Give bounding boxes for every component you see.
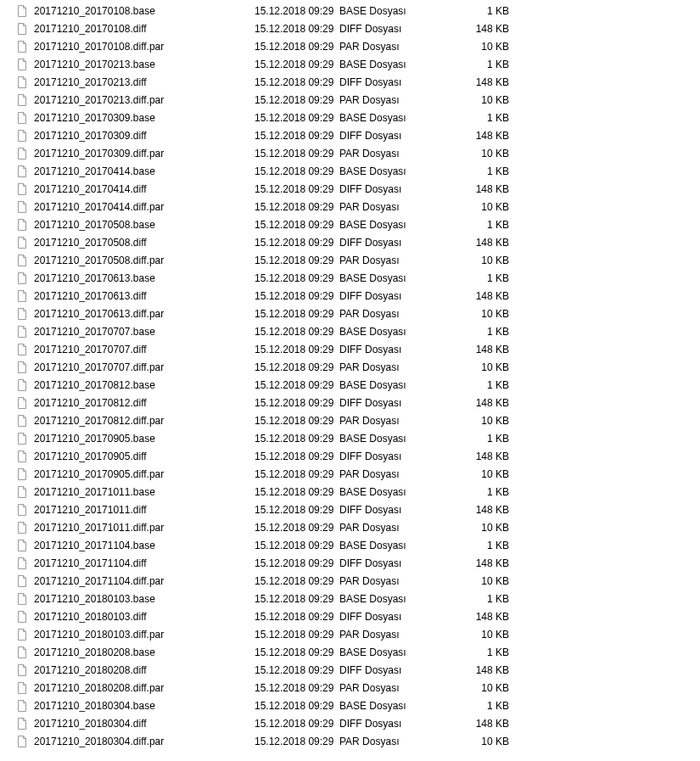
list-item[interactable]: 20171210_20171104.diff 15.12.2018 09:29 … (0, 554, 700, 572)
file-date: 15.12.2018 09:29 (255, 361, 339, 373)
file-date: 15.12.2018 09:29 (255, 415, 339, 427)
list-item[interactable]: 20171210_20180103.diff.par 15.12.2018 09… (0, 625, 700, 643)
list-item[interactable]: 20171210_20170213.diff 15.12.2018 09:29 … (0, 73, 700, 91)
list-item[interactable]: 20171210_20180304.diff.par 15.12.2018 09… (0, 732, 700, 750)
list-item[interactable]: 20171210_20170905.diff 15.12.2018 09:29 … (0, 447, 700, 465)
file-type: BASE Dosyası (339, 219, 450, 231)
list-item[interactable]: 20171210_20170905.base 15.12.2018 09:29 … (0, 429, 700, 447)
file-size: 1 KB (450, 433, 509, 445)
file-size: 1 KB (450, 593, 509, 605)
list-item[interactable]: 20171210_20170613.base 15.12.2018 09:29 … (0, 269, 700, 287)
file-date: 15.12.2018 09:29 (255, 575, 339, 587)
file-date: 15.12.2018 09:29 (255, 540, 339, 551)
list-item[interactable]: 20171210_20170613.diff.par 15.12.2018 09… (0, 305, 700, 322)
file-date: 15.12.2018 09:29 (255, 700, 339, 712)
file-type: BASE Dosyası (339, 540, 450, 551)
file-date: 15.12.2018 09:29 (255, 272, 339, 284)
file-date: 15.12.2018 09:29 (255, 646, 339, 658)
file-type: BASE Dosyası (339, 59, 450, 70)
file-type: DIFF Dosyası (339, 183, 450, 195)
list-item[interactable]: 20171210_20180304.base 15.12.2018 09:29 … (0, 697, 700, 714)
file-date: 15.12.2018 09:29 (255, 23, 339, 35)
list-item[interactable]: 20171210_20180208.diff 15.12.2018 09:29 … (0, 661, 700, 679)
list-item[interactable]: 20171210_20180208.diff.par 15.12.2018 09… (0, 679, 700, 697)
file-icon (15, 129, 29, 143)
list-item[interactable]: 20171210_20170309.base 15.12.2018 09:29 … (0, 109, 700, 126)
list-item[interactable]: 20171210_20170707.diff.par 15.12.2018 09… (0, 358, 700, 376)
file-date: 15.12.2018 09:29 (255, 308, 339, 320)
list-item[interactable]: 20171210_20170213.base 15.12.2018 09:29 … (0, 55, 700, 73)
file-type: BASE Dosyası (339, 112, 450, 124)
list-item[interactable]: 20171210_20170108.base 15.12.2018 09:29 … (0, 2, 700, 20)
file-icon (15, 450, 29, 463)
list-item[interactable]: 20171210_20170414.base 15.12.2018 09:29 … (0, 162, 700, 180)
file-date: 15.12.2018 09:29 (255, 629, 339, 641)
list-item[interactable]: 20171210_20170707.base 15.12.2018 09:29 … (0, 322, 700, 340)
file-name: 20171210_20170213.base (34, 59, 255, 70)
list-item[interactable]: 20171210_20180304.diff 15.12.2018 09:29 … (0, 714, 700, 732)
file-date: 15.12.2018 09:29 (255, 112, 339, 124)
file-icon (15, 663, 29, 677)
list-item[interactable]: 20171210_20180208.base 15.12.2018 09:29 … (0, 643, 700, 661)
file-name: 20171210_20170213.diff.par (34, 94, 255, 106)
file-date: 15.12.2018 09:29 (255, 255, 339, 266)
file-icon (15, 396, 29, 410)
file-date: 15.12.2018 09:29 (255, 682, 339, 694)
list-item[interactable]: 20171210_20170309.diff 15.12.2018 09:29 … (0, 126, 700, 144)
list-item[interactable]: 20171210_20170108.diff.par 15.12.2018 09… (0, 37, 700, 55)
file-type: BASE Dosyası (339, 326, 450, 338)
file-type: BASE Dosyası (339, 165, 450, 177)
file-size: 1 KB (450, 700, 509, 712)
list-item[interactable]: 20171210_20170108.diff 15.12.2018 09:29 … (0, 20, 700, 37)
list-item[interactable]: 20171210_20180103.base 15.12.2018 09:29 … (0, 590, 700, 607)
list-item[interactable]: 20171210_20171011.diff.par 15.12.2018 09… (0, 518, 700, 536)
file-date: 15.12.2018 09:29 (255, 593, 339, 605)
file-type: PAR Dosyası (339, 308, 450, 320)
file-icon (15, 165, 29, 178)
file-type: BASE Dosyası (339, 272, 450, 284)
file-date: 15.12.2018 09:29 (255, 450, 339, 462)
list-item[interactable]: 20171210_20170414.diff.par 15.12.2018 09… (0, 198, 700, 215)
file-size: 1 KB (450, 272, 509, 284)
file-size: 148 KB (450, 237, 509, 249)
list-item[interactable]: 20171210_20170508.base 15.12.2018 09:29 … (0, 215, 700, 233)
list-item[interactable]: 20171210_20170414.diff 15.12.2018 09:29 … (0, 180, 700, 198)
file-name: 20171210_20170905.diff (34, 450, 255, 462)
file-name: 20171210_20170414.diff (34, 183, 255, 195)
list-item[interactable]: 20171210_20171104.diff.par 15.12.2018 09… (0, 572, 700, 590)
file-name: 20171210_20170508.base (34, 219, 255, 231)
file-name: 20171210_20180304.base (34, 700, 255, 712)
file-type: PAR Dosyası (339, 629, 450, 641)
file-name: 20171210_20171104.base (34, 540, 255, 551)
list-item[interactable]: 20171210_20170213.diff.par 15.12.2018 09… (0, 91, 700, 109)
file-icon (15, 557, 29, 570)
file-icon (15, 254, 29, 267)
file-type: DIFF Dosyası (339, 23, 450, 35)
list-item[interactable]: 20171210_20171104.base 15.12.2018 09:29 … (0, 536, 700, 554)
list-item[interactable]: 20171210_20170707.diff 15.12.2018 09:29 … (0, 340, 700, 358)
list-item[interactable]: 20171210_20170812.diff.par 15.12.2018 09… (0, 411, 700, 429)
list-item[interactable]: 20171210_20170905.diff.par 15.12.2018 09… (0, 465, 700, 483)
file-date: 15.12.2018 09:29 (255, 41, 339, 53)
file-date: 15.12.2018 09:29 (255, 611, 339, 623)
file-type: BASE Dosyası (339, 433, 450, 445)
list-item[interactable]: 20171210_20170812.base 15.12.2018 09:29 … (0, 376, 700, 394)
file-date: 15.12.2018 09:29 (255, 486, 339, 498)
file-icon (15, 646, 29, 659)
file-size: 148 KB (450, 611, 509, 623)
file-date: 15.12.2018 09:29 (255, 664, 339, 676)
file-name: 20171210_20170707.base (34, 326, 255, 338)
file-icon (15, 76, 29, 89)
list-item[interactable]: 20171210_20171011.diff 15.12.2018 09:29 … (0, 501, 700, 518)
list-item[interactable]: 20171210_20170309.diff.par 15.12.2018 09… (0, 144, 700, 162)
file-name: 20171210_20170414.base (34, 165, 255, 177)
list-item[interactable]: 20171210_20171011.base 15.12.2018 09:29 … (0, 483, 700, 501)
file-name: 20171210_20171104.diff (34, 557, 255, 569)
list-item[interactable]: 20171210_20170508.diff 15.12.2018 09:29 … (0, 233, 700, 251)
list-item[interactable]: 20171210_20170812.diff 15.12.2018 09:29 … (0, 394, 700, 411)
file-size: 10 KB (450, 94, 509, 106)
list-item[interactable]: 20171210_20170613.diff 15.12.2018 09:29 … (0, 287, 700, 305)
list-item[interactable]: 20171210_20180103.diff 15.12.2018 09:29 … (0, 607, 700, 625)
list-item[interactable]: 20171210_20170508.diff.par 15.12.2018 09… (0, 251, 700, 269)
file-icon (15, 735, 29, 748)
